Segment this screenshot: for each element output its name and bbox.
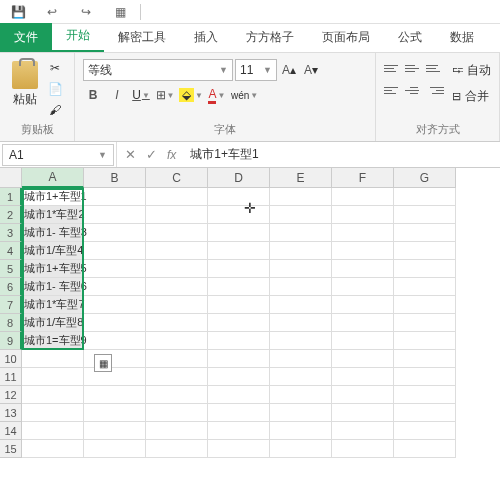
row-header-5[interactable]: 5	[0, 260, 22, 278]
tab-formula[interactable]: 公式	[384, 23, 436, 52]
cell-A3[interactable]: 城市1- 车型3	[22, 224, 84, 242]
cell-G2[interactable]	[394, 206, 456, 224]
cell-B9[interactable]	[84, 332, 146, 350]
increase-font-icon[interactable]: A▴	[279, 60, 299, 80]
row-header-3[interactable]: 3	[0, 224, 22, 242]
cell-B15[interactable]	[84, 440, 146, 458]
row-header-9[interactable]: 9	[0, 332, 22, 350]
cell-B12[interactable]	[84, 386, 146, 404]
cell-G13[interactable]	[394, 404, 456, 422]
cell-C12[interactable]	[146, 386, 208, 404]
cell-B13[interactable]	[84, 404, 146, 422]
cell-B4[interactable]	[84, 242, 146, 260]
cell-C14[interactable]	[146, 422, 208, 440]
cell-F7[interactable]	[332, 296, 394, 314]
cell-E5[interactable]	[270, 260, 332, 278]
cell-F6[interactable]	[332, 278, 394, 296]
cell-C10[interactable]	[146, 350, 208, 368]
cancel-icon[interactable]: ✕	[125, 147, 136, 162]
cell-D11[interactable]	[208, 368, 270, 386]
col-header-B[interactable]: B	[84, 168, 146, 188]
cell-C11[interactable]	[146, 368, 208, 386]
cell-B7[interactable]	[84, 296, 146, 314]
row-header-10[interactable]: 10	[0, 350, 22, 368]
format-painter-icon[interactable]: 🖌	[44, 101, 66, 119]
cell-G10[interactable]	[394, 350, 456, 368]
cell-G5[interactable]	[394, 260, 456, 278]
row-header-13[interactable]: 13	[0, 404, 22, 422]
merge-button[interactable]: ⊟ 合并	[452, 85, 491, 107]
cell-G3[interactable]	[394, 224, 456, 242]
cell-E3[interactable]	[270, 224, 332, 242]
cell-F3[interactable]	[332, 224, 394, 242]
cell-G12[interactable]	[394, 386, 456, 404]
wrap-text-button[interactable]: ⮓ 自动	[452, 59, 491, 81]
align-middle-icon[interactable]	[405, 59, 423, 77]
cell-A8[interactable]: 城市1/车型8	[22, 314, 84, 332]
cell-F11[interactable]	[332, 368, 394, 386]
row-header-1[interactable]: 1	[0, 188, 22, 206]
qat-redo-icon[interactable]: ↪	[72, 2, 100, 22]
cell-C2[interactable]	[146, 206, 208, 224]
cell-G9[interactable]	[394, 332, 456, 350]
cell-E15[interactable]	[270, 440, 332, 458]
cell-E13[interactable]	[270, 404, 332, 422]
cell-G8[interactable]	[394, 314, 456, 332]
cell-G7[interactable]	[394, 296, 456, 314]
cell-A4[interactable]: 城市1/车型4	[22, 242, 84, 260]
cell-F13[interactable]	[332, 404, 394, 422]
cell-E11[interactable]	[270, 368, 332, 386]
col-header-E[interactable]: E	[270, 168, 332, 188]
row-header-15[interactable]: 15	[0, 440, 22, 458]
cell-C1[interactable]	[146, 188, 208, 206]
cell-A15[interactable]	[22, 440, 84, 458]
cell-D1[interactable]	[208, 188, 270, 206]
paste-button[interactable]: 粘贴	[8, 57, 42, 111]
cell-E4[interactable]	[270, 242, 332, 260]
cell-A1[interactable]: 城市1+车型1	[22, 188, 84, 206]
row-header-14[interactable]: 14	[0, 422, 22, 440]
cell-D8[interactable]	[208, 314, 270, 332]
cell-G14[interactable]	[394, 422, 456, 440]
decrease-font-icon[interactable]: A▾	[301, 60, 321, 80]
cell-A12[interactable]	[22, 386, 84, 404]
cell-F10[interactable]	[332, 350, 394, 368]
cell-F8[interactable]	[332, 314, 394, 332]
row-header-7[interactable]: 7	[0, 296, 22, 314]
copy-icon[interactable]: 📄	[44, 80, 66, 98]
border-button[interactable]: ⊞▼	[155, 85, 175, 105]
align-bottom-icon[interactable]	[426, 59, 444, 77]
cell-A6[interactable]: 城市1- 车型6	[22, 278, 84, 296]
fx-icon[interactable]: fx	[167, 148, 176, 162]
cell-A5[interactable]: 城市1+车型5	[22, 260, 84, 278]
cell-B8[interactable]	[84, 314, 146, 332]
cell-G1[interactable]	[394, 188, 456, 206]
italic-button[interactable]: I	[107, 85, 127, 105]
align-top-icon[interactable]	[384, 59, 402, 77]
cell-F1[interactable]	[332, 188, 394, 206]
cell-A11[interactable]	[22, 368, 84, 386]
col-header-A[interactable]: A	[22, 168, 84, 188]
row-header-12[interactable]: 12	[0, 386, 22, 404]
row-header-2[interactable]: 2	[0, 206, 22, 224]
row-header-4[interactable]: 4	[0, 242, 22, 260]
cell-E12[interactable]	[270, 386, 332, 404]
select-all-corner[interactable]	[0, 168, 22, 188]
row-header-11[interactable]: 11	[0, 368, 22, 386]
cell-E14[interactable]	[270, 422, 332, 440]
underline-button[interactable]: U▼	[131, 85, 151, 105]
qat-undo-icon[interactable]: ↩	[38, 2, 66, 22]
cell-G6[interactable]	[394, 278, 456, 296]
cell-B5[interactable]	[84, 260, 146, 278]
tab-decrypt[interactable]: 解密工具	[104, 23, 180, 52]
tab-layout[interactable]: 页面布局	[308, 23, 384, 52]
cell-C8[interactable]	[146, 314, 208, 332]
col-header-F[interactable]: F	[332, 168, 394, 188]
tab-home[interactable]: 开始	[52, 21, 104, 52]
col-header-G[interactable]: G	[394, 168, 456, 188]
autofill-options-icon[interactable]: ▦	[94, 354, 112, 372]
cell-E2[interactable]	[270, 206, 332, 224]
cell-D6[interactable]	[208, 278, 270, 296]
phonetic-button[interactable]: wén▼	[231, 85, 258, 105]
cell-A2[interactable]: 城市1*车型2	[22, 206, 84, 224]
